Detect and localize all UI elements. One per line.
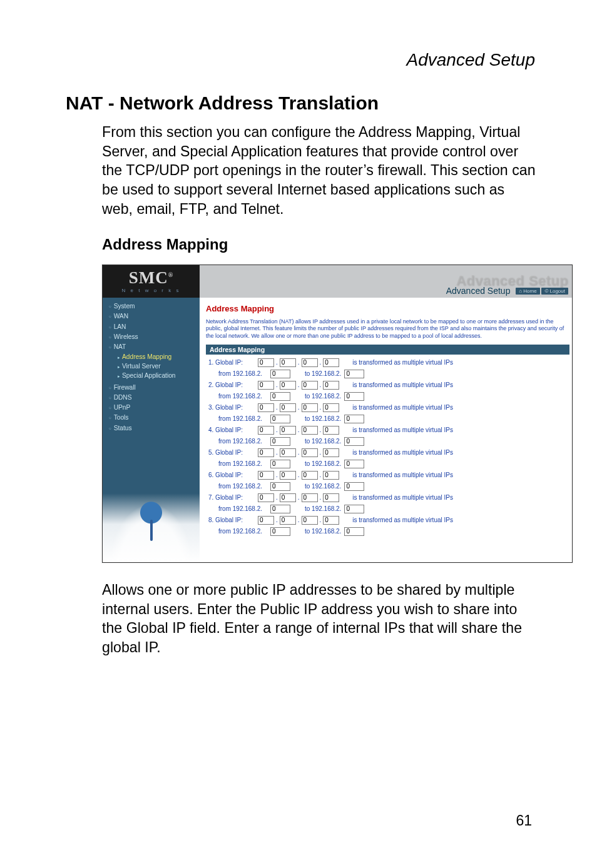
global-ip-octet[interactable] [323,381,339,390]
to-host-input[interactable] [344,460,364,468]
router-admin-screenshot: SMC® N e t w o r k s Advanced Setup Adva… [102,265,573,563]
global-ip-octet[interactable] [258,358,274,367]
global-ip-octet[interactable] [258,448,274,457]
mapping-row-range: from 192.168.2.to 192.168.2. [206,526,569,537]
to-host-input[interactable] [344,415,364,423]
sidebar-item-wireless[interactable]: Wireless [109,332,200,341]
sidebar-item-wan[interactable]: WAN [109,311,200,321]
sidebar-item-ddns[interactable]: DDNS [109,393,200,402]
from-label: from 192.168.2. [208,528,268,535]
global-ip-octet[interactable] [302,471,318,480]
to-label: to 192.168.2. [305,370,341,377]
global-ip-octet[interactable] [280,471,296,480]
global-ip-octet[interactable] [302,403,318,412]
row-tail-text: is transformed as multiple virtual IPs [352,404,453,411]
from-label: from 192.168.2. [208,393,268,400]
global-ip-octet[interactable] [302,493,318,502]
sidebar-nav: System WAN LAN Wireless NAT Address Mapp… [103,301,200,433]
global-ip-octet[interactable] [258,471,274,480]
home-link[interactable]: ⌂ Home [516,288,539,295]
to-host-input[interactable] [344,482,364,491]
global-ip-octet[interactable] [302,381,318,390]
panel-section-bar: Address Mapping [206,345,569,355]
header-right: Advanced Setup Advanced Setup ⌂ Home © L… [378,265,572,298]
sidebar-item-status[interactable]: Status [109,423,200,433]
sidebar-subitem-virtual-server[interactable]: Virtual Server [118,361,200,371]
logout-link[interactable]: © Logout [541,288,568,295]
sidebar-decorative-image [103,493,200,562]
global-ip-octet[interactable] [258,426,274,435]
from-host-input[interactable] [270,392,290,401]
row-tail-text: is transformed as multiple virtual IPs [352,472,453,478]
from-host-input[interactable] [270,527,290,536]
global-ip-octet[interactable] [323,448,339,457]
to-host-input[interactable] [344,437,364,446]
from-host-input[interactable] [270,460,290,468]
global-ip-octet[interactable] [302,426,318,435]
from-label: from 192.168.2. [208,483,268,490]
global-ip-octet[interactable] [280,493,296,502]
global-ip-octet[interactable] [258,493,274,502]
global-ip-octet[interactable] [302,516,318,525]
global-ip-octet[interactable] [323,516,339,525]
global-ip-octet[interactable] [323,358,339,367]
global-ip-octet[interactable] [323,471,339,480]
post-paragraph: Allows one or more public IP addresses t… [102,580,538,657]
to-label: to 192.168.2. [305,528,341,535]
global-ip-octet[interactable] [280,381,296,390]
global-ip-octet[interactable] [280,358,296,367]
global-ip-octet[interactable] [323,493,339,502]
breadcrumb: Advanced Setup [66,50,535,70]
to-host-input[interactable] [344,392,364,401]
global-ip-octet[interactable] [323,426,339,435]
from-host-input[interactable] [270,415,290,423]
to-host-input[interactable] [344,505,364,513]
from-label: from 192.168.2. [208,460,268,467]
mapping-row-global: 8. Global IP:...is transformed as multip… [206,515,569,526]
brand-logo-subtext: N e t w o r k s [122,288,181,293]
global-ip-octet[interactable] [280,403,296,412]
sidebar-item-upnp[interactable]: UPnP [109,403,200,412]
mapping-row-range: from 192.168.2.to 192.168.2. [206,436,569,447]
sidebar-item-lan[interactable]: LAN [109,322,200,331]
from-label: from 192.168.2. [208,370,268,377]
mapping-row-global: 7. Global IP:...is transformed as multip… [206,492,569,503]
main-panel: Address Mapping Network Address Translat… [200,298,572,562]
row-tail-text: is transformed as multiple virtual IPs [352,381,453,388]
mapping-row-range: from 192.168.2.to 192.168.2. [206,368,569,380]
sidebar-item-system[interactable]: System [109,301,200,311]
mapping-row-range: from 192.168.2.to 192.168.2. [206,481,569,492]
sidebar-item-firewall[interactable]: Firewall [109,383,200,392]
sidebar-item-tools[interactable]: Tools [109,413,200,422]
from-host-input[interactable] [270,370,290,378]
from-host-input[interactable] [270,482,290,491]
global-ip-octet[interactable] [280,516,296,525]
global-ip-octet[interactable] [302,448,318,457]
row-tail-text: is transformed as multiple virtual IPs [352,449,453,456]
from-label: from 192.168.2. [208,505,268,512]
global-ip-octet[interactable] [302,358,318,367]
intro-paragraph: From this section you can configure the … [102,123,538,218]
global-ip-label: 8. Global IP: [208,517,256,523]
sidebar-subitem-special-application[interactable]: Special Application [118,371,200,380]
sidebar-subitem-address-mapping[interactable]: Address Mapping [118,352,200,361]
global-ip-label: 3. Global IP: [208,404,256,411]
from-host-input[interactable] [270,505,290,513]
global-ip-octet[interactable] [258,516,274,525]
global-ip-octet[interactable] [323,403,339,412]
header-title: Advanced Setup [446,286,511,296]
screenshot-header: SMC® N e t w o r k s Advanced Setup Adva… [103,265,572,298]
mapping-row-global: 3. Global IP:...is transformed as multip… [206,402,569,413]
sidebar-item-nat[interactable]: NAT Address Mapping Virtual Server Speci… [109,342,200,381]
from-host-input[interactable] [270,437,290,446]
to-host-input[interactable] [344,527,364,536]
global-ip-octet[interactable] [258,403,274,412]
to-host-input[interactable] [344,370,364,378]
global-ip-octet[interactable] [280,448,296,457]
global-ip-octet[interactable] [280,426,296,435]
mapping-row-global: 4. Global IP:...is transformed as multip… [206,425,569,436]
row-tail-text: is transformed as multiple virtual IPs [352,426,453,433]
mapping-row-range: from 192.168.2.to 192.168.2. [206,413,569,425]
global-ip-octet[interactable] [258,381,274,390]
to-label: to 192.168.2. [305,415,341,422]
